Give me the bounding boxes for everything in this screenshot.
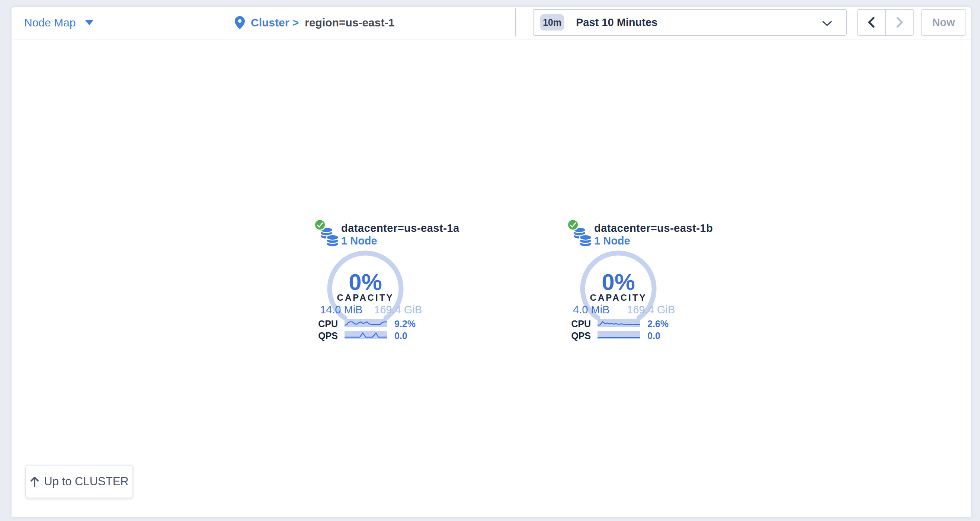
capacity-label: CAPACITY [325,293,406,303]
cpu-sparkline [345,319,387,327]
time-range-badge: 10m [540,14,564,30]
qps-sparkline [345,331,387,339]
header-bar: Node Map Cluster > region=us-east-1 10m … [11,7,971,40]
cpu-label: CPU [315,319,338,329]
capacity-percentage: 0% [578,269,659,295]
time-range-dropdown[interactable]: 10m Past 10 Minutes [533,9,847,36]
datacenter-heading: datacenter=us-east-1a 1 Node [341,222,460,247]
qps-value: 0.0 [395,330,407,341]
qps-metric-row: QPS 0.0 [315,330,441,339]
qps-metric-row: QPS 0.0 [568,330,694,339]
arrow-up-icon [30,476,40,487]
capacity-values: 4.0 MiB 169.4 GiB [573,304,675,316]
capacity-percentage: 0% [325,269,406,295]
chevron-right-icon [896,17,904,28]
capacity-total-value: 169.4 GiB [374,304,422,316]
capacity-label: CAPACITY [578,293,659,303]
datacenter-title: datacenter=us-east-1a [341,222,460,234]
header-divider [515,8,516,37]
chevron-left-icon [867,17,875,28]
view-caret-icon [85,20,93,25]
up-to-cluster-button[interactable]: Up to CLUSTER [25,465,133,498]
health-check-icon [314,219,326,231]
cpu-value: 9.2% [395,319,415,329]
chevron-down-icon [822,21,832,27]
node-count-link[interactable]: 1 Node [341,234,460,247]
node-count-link[interactable]: 1 Node [594,234,713,247]
time-nav-buttons [857,9,914,36]
datacenter-icon[interactable] [568,219,596,250]
datacenter-icon[interactable] [315,219,343,250]
time-prev-button[interactable] [858,10,886,35]
datacenter-heading: datacenter=us-east-1b 1 Node [594,222,713,247]
time-next-button[interactable] [886,10,913,35]
capacity-used-value: 14.0 MiB [320,304,363,316]
breadcrumb-cluster-link[interactable]: Cluster > [251,16,299,29]
qps-label: QPS [315,330,338,341]
qps-label: QPS [568,330,591,341]
capacity-values: 14.0 MiB 169.4 GiB [320,304,422,316]
breadcrumb-current: region=us-east-1 [305,16,395,29]
node-map-panel: Node Map Cluster > region=us-east-1 10m … [11,7,971,517]
cpu-metric-row: CPU 9.2% [315,319,441,328]
datacenter-card-us-east-1b: datacenter=us-east-1b 1 Node 0% CAPACITY… [568,219,694,345]
now-button[interactable]: Now [921,9,966,36]
capacity-total-value: 169.4 GiB [627,304,675,316]
datacenter-title: datacenter=us-east-1b [594,222,713,234]
cpu-value: 2.6% [648,319,668,329]
cpu-metric-row: CPU 2.6% [568,319,694,328]
capacity-used-value: 4.0 MiB [573,304,609,316]
health-check-icon [567,219,579,231]
cpu-label: CPU [568,319,591,329]
breadcrumb: Cluster > region=us-east-1 [235,7,395,39]
up-to-cluster-label: Up to CLUSTER [44,475,128,488]
time-range-label: Past 10 Minutes [576,16,657,29]
qps-value: 0.0 [648,330,660,341]
qps-sparkline [598,331,640,339]
cpu-sparkline [598,319,640,327]
view-selector-dropdown[interactable]: Node Map [24,7,93,39]
datacenter-card-us-east-1a: datacenter=us-east-1a 1 Node 0% CAPACITY… [315,219,441,345]
location-pin-icon [235,16,245,29]
view-selector-label: Node Map [24,16,76,29]
